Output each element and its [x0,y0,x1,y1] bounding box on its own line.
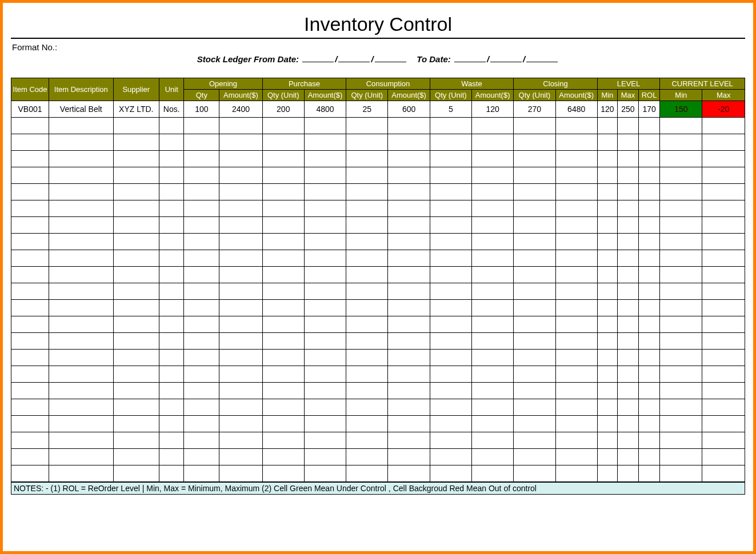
empty-cell[interactable] [262,300,304,316]
empty-cell[interactable] [113,200,159,217]
empty-cell[interactable] [159,366,184,383]
empty-cell[interactable] [11,217,49,234]
empty-cell[interactable] [49,234,113,250]
empty-cell[interactable] [639,283,660,300]
empty-cell[interactable] [159,383,184,399]
empty-cell[interactable] [471,118,513,134]
empty-cell[interactable] [184,449,219,465]
cell-purchase_amt[interactable]: 4800 [304,101,346,118]
empty-cell[interactable] [113,416,159,432]
empty-cell[interactable] [49,383,113,399]
empty-cell[interactable] [346,234,388,250]
empty-cell[interactable] [660,383,702,399]
empty-cell[interactable] [617,316,638,333]
empty-cell[interactable] [430,217,471,234]
empty-cell[interactable] [113,134,159,151]
to-month-field[interactable] [490,54,522,62]
empty-cell[interactable] [597,234,617,250]
empty-cell[interactable] [597,184,617,200]
empty-cell[interactable] [617,200,638,217]
from-day-field[interactable] [302,54,334,62]
empty-cell[interactable] [219,399,262,416]
empty-cell[interactable] [184,399,219,416]
empty-cell[interactable] [304,118,346,134]
empty-cell[interactable] [388,151,430,167]
empty-cell[interactable] [702,234,745,250]
empty-cell[interactable] [388,350,430,366]
empty-cell[interactable] [617,432,638,449]
empty-cell[interactable] [555,399,597,416]
empty-cell[interactable] [304,416,346,432]
empty-cell[interactable] [262,383,304,399]
empty-cell[interactable] [639,366,660,383]
empty-cell[interactable] [617,416,638,432]
empty-cell[interactable] [184,184,219,200]
to-day-field[interactable] [454,54,486,62]
empty-cell[interactable] [514,366,555,383]
empty-cell[interactable] [555,151,597,167]
empty-cell[interactable] [514,118,555,134]
empty-cell[interactable] [702,184,745,200]
empty-cell[interactable] [702,283,745,300]
empty-cell[interactable] [514,200,555,217]
empty-cell[interactable] [49,267,113,283]
empty-cell[interactable] [388,465,430,482]
empty-cell[interactable] [617,134,638,151]
empty-cell[interactable] [262,283,304,300]
empty-cell[interactable] [304,234,346,250]
empty-cell[interactable] [430,333,471,350]
empty-cell[interactable] [514,300,555,316]
empty-cell[interactable] [184,234,219,250]
empty-cell[interactable] [49,184,113,200]
empty-cell[interactable] [219,465,262,482]
empty-cell[interactable] [304,200,346,217]
empty-cell[interactable] [430,184,471,200]
empty-cell[interactable] [555,333,597,350]
empty-cell[interactable] [471,151,513,167]
empty-cell[interactable] [11,134,49,151]
empty-cell[interactable] [471,167,513,184]
empty-cell[interactable] [346,134,388,151]
empty-cell[interactable] [639,333,660,350]
empty-cell[interactable] [304,432,346,449]
empty-cell[interactable] [159,134,184,151]
empty-cell[interactable] [11,316,49,333]
empty-cell[interactable] [471,200,513,217]
empty-cell[interactable] [660,432,702,449]
empty-cell[interactable] [159,217,184,234]
empty-cell[interactable] [514,283,555,300]
empty-cell[interactable] [159,151,184,167]
empty-cell[interactable] [660,316,702,333]
empty-cell[interactable] [184,134,219,151]
empty-cell[interactable] [617,333,638,350]
empty-cell[interactable] [555,167,597,184]
empty-cell[interactable] [11,333,49,350]
empty-cell[interactable] [660,449,702,465]
from-year-field[interactable] [375,54,406,62]
empty-cell[interactable] [430,432,471,449]
empty-cell[interactable] [49,366,113,383]
empty-cell[interactable] [159,449,184,465]
empty-cell[interactable] [471,316,513,333]
empty-cell[interactable] [617,350,638,366]
empty-cell[interactable] [617,267,638,283]
empty-cell[interactable] [184,167,219,184]
empty-cell[interactable] [219,449,262,465]
empty-cell[interactable] [346,217,388,234]
empty-cell[interactable] [49,151,113,167]
empty-cell[interactable] [159,416,184,432]
empty-cell[interactable] [617,167,638,184]
empty-cell[interactable] [388,432,430,449]
empty-cell[interactable] [555,200,597,217]
empty-cell[interactable] [514,465,555,482]
empty-cell[interactable] [304,250,346,267]
empty-cell[interactable] [597,432,617,449]
empty-cell[interactable] [262,250,304,267]
empty-cell[interactable] [219,366,262,383]
empty-cell[interactable] [219,118,262,134]
cell-item_desc[interactable]: Vertical Belt [49,101,113,118]
empty-cell[interactable] [304,465,346,482]
empty-cell[interactable] [555,449,597,465]
empty-cell[interactable] [49,283,113,300]
empty-cell[interactable] [617,184,638,200]
